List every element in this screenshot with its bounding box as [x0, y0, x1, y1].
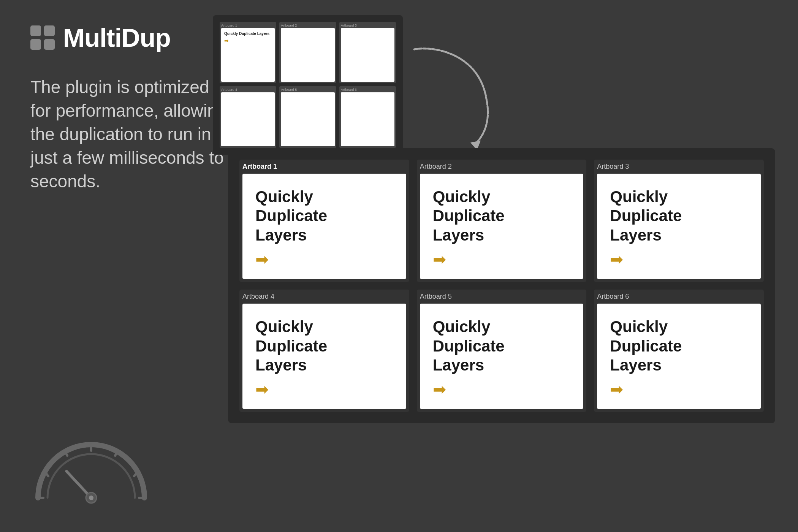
large-arrow-3: ➡ [610, 252, 748, 268]
description-text: The plugin is optimized for performance,… [30, 75, 228, 193]
logo-grid-cell-2 [44, 25, 55, 36]
large-artboard-label-5: Artboard 5 [420, 293, 584, 301]
large-card-title-1: QuicklyDuplicateLayers [255, 187, 393, 245]
app-title: MultiDup [63, 23, 171, 52]
small-artboard-label-4: Artboard 4 [221, 88, 275, 92]
small-artboard-label-2: Artboard 2 [281, 24, 334, 27]
large-arrow-6: ➡ [610, 382, 748, 397]
large-card-title-3: QuicklyDuplicateLayers [610, 187, 748, 245]
large-artboard-label-2: Artboard 2 [420, 163, 584, 171]
logo-grid-cell-1 [30, 25, 41, 36]
small-artboard-6: Artboard 6 [339, 86, 396, 147]
large-artboard-2: Artboard 2 QuicklyDuplicateLayers ➡ [417, 160, 587, 282]
small-artboard-card-1: Quickly Duplicate Layers ➡ [221, 28, 275, 82]
logo-grid-cell-4 [44, 39, 55, 50]
small-artboard-3: Artboard 3 [339, 22, 396, 83]
large-artboard-label-1: Artboard 1 [242, 163, 406, 171]
small-artboard-5: Artboard 5 [279, 86, 336, 147]
large-artboard-label-4: Artboard 4 [242, 293, 406, 301]
large-artboard-label-3: Artboard 3 [597, 163, 761, 171]
small-artboard-card-6 [341, 92, 394, 146]
bottom-artboard-panel: Artboard 1 QuicklyDuplicateLayers ➡ Artb… [228, 148, 775, 423]
large-artboard-6: Artboard 6 QuicklyDuplicateLayers ➡ [594, 290, 764, 412]
large-card-title-4: QuicklyDuplicateLayers [255, 317, 393, 375]
small-artboard-label-6: Artboard 6 [341, 88, 394, 92]
top-artboard-panel: Artboard 1 Quickly Duplicate Layers ➡ Ar… [213, 15, 403, 155]
large-artboard-5: Artboard 5 QuicklyDuplicateLayers ➡ [417, 290, 587, 412]
small-artboard-4: Artboard 4 [220, 86, 276, 147]
large-artboard-3: Artboard 3 QuicklyDuplicateLayers ➡ [594, 160, 764, 282]
large-artboard-label-6: Artboard 6 [597, 293, 761, 301]
large-card-title-6: QuicklyDuplicateLayers [610, 317, 748, 375]
small-artboard-label-1: Artboard 1 [221, 24, 275, 27]
large-arrow-4: ➡ [255, 382, 393, 397]
logo-grid-cell-3 [30, 39, 41, 50]
large-artboards-grid: Artboard 1 QuicklyDuplicateLayers ➡ Artb… [239, 160, 764, 412]
small-arrow-1: ➡ [224, 38, 272, 44]
small-artboard-label-5: Artboard 5 [281, 88, 334, 92]
small-artboard-card-2 [281, 28, 334, 82]
large-artboard-card-2: QuicklyDuplicateLayers ➡ [420, 174, 584, 279]
large-artboard-card-6: QuicklyDuplicateLayers ➡ [597, 304, 761, 409]
small-artboard-label-3: Artboard 3 [341, 24, 394, 27]
logo-area: MultiDup [30, 23, 228, 52]
large-artboard-4: Artboard 4 QuicklyDuplicateLayers ➡ [239, 290, 409, 412]
small-artboard-card-3 [341, 28, 394, 82]
left-panel: MultiDup The plugin is optimized for per… [30, 23, 228, 223]
large-arrow-1: ➡ [255, 252, 393, 268]
small-artboard-card-4 [221, 92, 275, 146]
small-artboards-grid: Artboard 1 Quickly Duplicate Layers ➡ Ar… [220, 22, 396, 148]
large-artboard-card-5: QuicklyDuplicateLayers ➡ [420, 304, 584, 409]
large-arrow-2: ➡ [433, 252, 571, 268]
logo-icon [30, 25, 55, 50]
large-arrow-5: ➡ [433, 382, 571, 397]
svg-point-9 [89, 496, 93, 500]
small-card-title-1: Quickly Duplicate Layers [224, 31, 272, 36]
large-artboard-1: Artboard 1 QuicklyDuplicateLayers ➡ [239, 160, 409, 282]
curved-arrow-decoration [410, 42, 494, 148]
large-artboard-card-3: QuicklyDuplicateLayers ➡ [597, 174, 761, 279]
speedometer-icon [30, 433, 152, 509]
large-card-title-5: QuicklyDuplicateLayers [433, 317, 571, 375]
small-artboard-1: Artboard 1 Quickly Duplicate Layers ➡ [220, 22, 276, 83]
small-artboard-card-5 [281, 92, 334, 146]
large-card-title-2: QuicklyDuplicateLayers [433, 187, 571, 245]
large-artboard-card-4: QuicklyDuplicateLayers ➡ [242, 304, 406, 409]
small-artboard-2: Artboard 2 [279, 22, 336, 83]
large-artboard-card-1: QuicklyDuplicateLayers ➡ [242, 174, 406, 279]
